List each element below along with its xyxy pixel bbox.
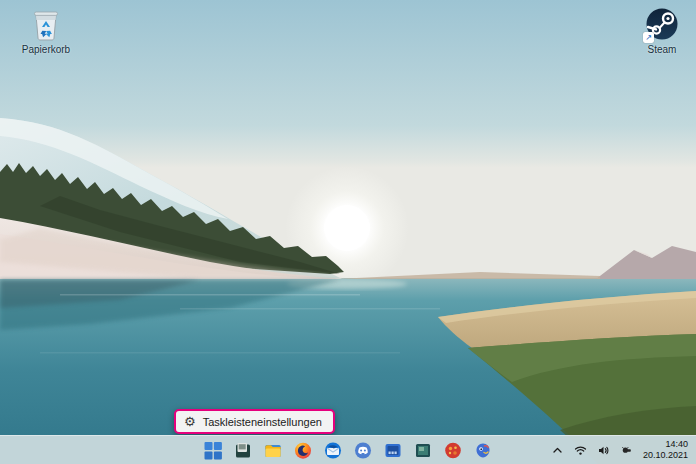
taskbar-icon-thunderbird[interactable]: [321, 438, 346, 463]
discord-icon: [354, 441, 373, 460]
system-tray: 14:40 20.10.2021: [547, 436, 694, 464]
app-tray-icon: [620, 444, 633, 457]
taskbar-icon-discord[interactable]: [351, 438, 376, 463]
taskbar-icon-photo-viewer[interactable]: [231, 438, 256, 463]
desktop-icon-recycle-bin[interactable]: Papierkorb: [10, 6, 82, 56]
steam-icon: ↗: [644, 6, 680, 42]
blue-character-app-icon: [474, 441, 493, 460]
hidden-icons-chevron[interactable]: [547, 439, 568, 462]
tray-app-button[interactable]: [616, 439, 637, 462]
taskbar-icon-app-red[interactable]: [441, 438, 466, 463]
desktop-icon-label: Steam: [648, 44, 677, 56]
desktop[interactable]: Papierkorb ↗ Steam ⚙: [0, 0, 696, 464]
thunderbird-icon: [324, 441, 343, 460]
dark-teal-app-icon: [414, 441, 433, 460]
windows-start-icon: [204, 441, 223, 460]
taskbar-icon-firefox[interactable]: [291, 438, 316, 463]
start-button[interactable]: [201, 438, 226, 463]
desktop-icon-label: Papierkorb: [22, 44, 70, 56]
clock[interactable]: 14:40 20.10.2021: [639, 439, 694, 462]
network-button[interactable]: [570, 439, 591, 462]
taskbar-context-menu[interactable]: ⚙ Taskleisteneinstellungen: [174, 409, 335, 434]
taskbar-center-icons: [201, 436, 496, 464]
taskbar-icon-app-dark-teal[interactable]: [411, 438, 436, 463]
volume-button[interactable]: [593, 439, 614, 462]
wallpaper-image: [0, 0, 696, 464]
wifi-icon: [574, 444, 587, 457]
recycle-bin-icon: [28, 6, 64, 42]
clock-date: 20.10.2021: [643, 450, 688, 461]
taskbar-settings-menu-item[interactable]: Taskleisteneinstellungen: [203, 416, 322, 428]
clock-time: 14:40: [665, 439, 688, 450]
firefox-icon: [294, 441, 313, 460]
desktop-icon-steam[interactable]: ↗ Steam: [626, 6, 696, 56]
red-round-app-icon: [444, 441, 463, 460]
taskbar-icon-app-blue[interactable]: [381, 438, 406, 463]
blue-app-icon: [384, 441, 403, 460]
folder-icon: [264, 441, 283, 460]
chevron-up-icon: [551, 444, 564, 457]
volume-icon: [597, 444, 610, 457]
gear-icon: ⚙: [184, 415, 196, 428]
dark-photo-app-icon: [234, 441, 253, 460]
taskbar: 14:40 20.10.2021: [0, 435, 696, 464]
taskbar-icon-app-character[interactable]: [471, 438, 496, 463]
shortcut-arrow-icon: ↗: [643, 32, 654, 43]
taskbar-icon-file-explorer[interactable]: [261, 438, 286, 463]
